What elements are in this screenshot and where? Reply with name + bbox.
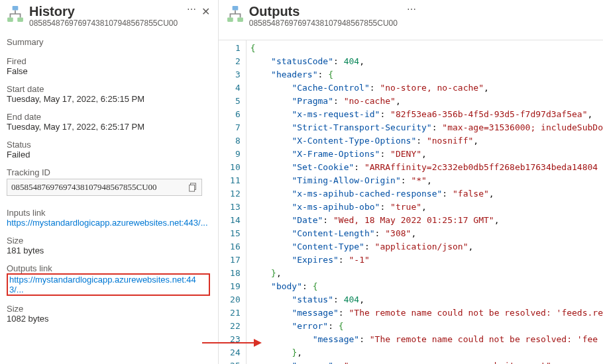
outputs-link[interactable]: https://mystandardlogicapp.azurewebsites… bbox=[7, 273, 210, 296]
outputs-title: Outputs bbox=[249, 4, 398, 19]
tracking-id-field[interactable]: 08585487697697438107948567855CU00 bbox=[7, 179, 202, 196]
svg-rect-4 bbox=[190, 185, 195, 192]
inputs-size-label: Size bbox=[7, 236, 210, 246]
outputs-link-label: Outputs link bbox=[7, 263, 210, 273]
start-date-label: Start date bbox=[7, 84, 210, 94]
svg-rect-1 bbox=[7, 17, 13, 21]
code-body[interactable]: { "statusCode": 404, "headers": { "Cache… bbox=[247, 40, 603, 364]
inputs-size-value: 181 bytes bbox=[7, 246, 210, 255]
workflow-icon bbox=[227, 5, 244, 23]
svg-rect-0 bbox=[13, 6, 19, 11]
close-icon[interactable]: ✕ bbox=[201, 5, 210, 18]
svg-rect-9 bbox=[237, 17, 243, 21]
history-pane: ✕ History 08585487697697438107948567855C… bbox=[0, 0, 219, 364]
line-gutter: 1234567891011121314151617181920212223242… bbox=[219, 40, 247, 364]
status-label: Status bbox=[7, 140, 210, 150]
inputs-link[interactable]: https://mystandardlogicapp.azurewebsites… bbox=[7, 218, 210, 228]
history-run-id: 08585487697697438107948567855CU00 bbox=[29, 19, 178, 28]
fired-label: Fired bbox=[7, 56, 210, 66]
tracking-id-label: Tracking ID bbox=[7, 167, 210, 177]
svg-rect-2 bbox=[17, 17, 23, 21]
summary-label: Summary bbox=[7, 37, 210, 47]
more-icon[interactable]: ⋯ bbox=[187, 4, 196, 15]
start-date-value: Tuesday, May 17, 2022, 6:25:15 PM bbox=[7, 94, 210, 104]
history-title: History bbox=[29, 4, 178, 19]
workflow-icon bbox=[7, 5, 24, 23]
fired-value: False bbox=[7, 66, 210, 76]
copy-icon[interactable] bbox=[188, 183, 197, 192]
tracking-id-value: 08585487697697438107948567855CU00 bbox=[11, 182, 157, 193]
status-value: Failed bbox=[7, 150, 210, 159]
json-editor[interactable]: 1234567891011121314151617181920212223242… bbox=[219, 40, 603, 364]
end-date-label: End date bbox=[7, 112, 210, 122]
outputs-run-id: 08585487697697438107948567855CU00 bbox=[249, 19, 398, 28]
inputs-link-label: Inputs link bbox=[7, 208, 210, 218]
arrow-annotation-icon bbox=[202, 337, 262, 349]
outputs-size-label: Size bbox=[7, 304, 210, 314]
svg-rect-7 bbox=[232, 6, 238, 11]
end-date-value: Tuesday, May 17, 2022, 6:25:17 PM bbox=[7, 122, 210, 132]
outputs-pane: Outputs 08585487697697438107948567855CU0… bbox=[219, 0, 603, 364]
outputs-size-value: 1082 bytes bbox=[7, 314, 210, 324]
svg-marker-6 bbox=[254, 339, 262, 347]
svg-rect-8 bbox=[227, 17, 233, 21]
more-icon[interactable]: ⋯ bbox=[407, 4, 416, 15]
